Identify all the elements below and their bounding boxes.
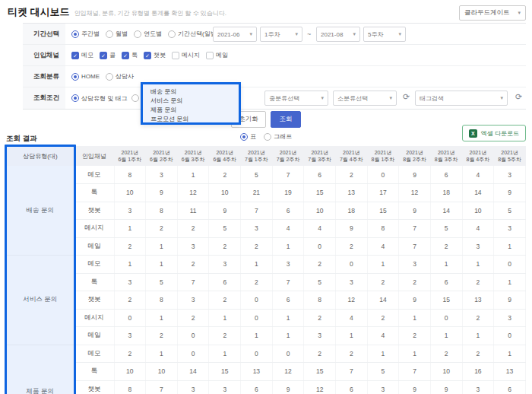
select-placeholder: 소분류선택 [337, 94, 368, 103]
channel-cell: 메시지 [74, 309, 114, 327]
value-cell: 14 [177, 363, 209, 381]
refresh-icon[interactable]: ⟳ [403, 93, 410, 101]
checkbox-indicator: ✓ [122, 52, 129, 59]
period-option-radio[interactable]: 주간별 [71, 30, 100, 38]
value-cell: 18 [335, 202, 367, 220]
channel-option-checkbox[interactable]: ✓톡 [122, 51, 138, 59]
period-to-month-select[interactable]: 2021-08 ▾ [316, 27, 360, 42]
value-cell: 4 [304, 220, 336, 238]
checkbox-indicator [172, 52, 179, 59]
value-cell: 7 [272, 273, 304, 291]
chevron-down-icon: ▾ [500, 95, 503, 101]
category-option[interactable]: 배송 문의 [143, 87, 239, 96]
value-cell: 6 [209, 273, 241, 291]
classification-option-radio[interactable]: 상담사 [106, 72, 134, 81]
period-from-month-select[interactable]: 2021-06 ▾ [213, 27, 257, 42]
value-cell: 1 [177, 166, 209, 184]
view-toggle-radio[interactable]: 표 [240, 132, 256, 141]
value-cell: 7 [399, 237, 431, 256]
category-option[interactable]: 프로모션 문의 [143, 114, 239, 123]
refresh-icon[interactable]: ⟳ [515, 93, 522, 101]
value-cell: 3 [114, 273, 146, 291]
value-cell: 1 [272, 327, 304, 345]
search-button[interactable]: 조회 [271, 111, 301, 128]
week-header: 2021년7월 1주차 [241, 146, 273, 166]
value-cell: 9 [146, 184, 178, 202]
site-select[interactable]: 클라우드게이트 ▾ [459, 5, 526, 21]
category-option[interactable]: 서비스 문의 [143, 96, 239, 105]
value-cell: 11 [177, 202, 209, 220]
channel-option-checkbox[interactable]: ✓메모 [71, 51, 93, 59]
value-cell: 0 [304, 237, 336, 256]
value-cell: 9 [335, 220, 367, 238]
channel-option-checkbox[interactable]: 메일 [206, 51, 228, 59]
period-to-week-select[interactable]: 5주차 ▾ [363, 27, 406, 42]
chevron-down-icon: ▾ [295, 31, 298, 37]
value-cell: 10 [114, 184, 146, 202]
value-cell: 3 [494, 309, 526, 327]
table-row: 챗봇3811976101815914105 [6, 202, 526, 220]
period-option-radio[interactable]: 연도별 [134, 30, 162, 38]
condition-option-radio[interactable]: 상담유형 및 태그 [71, 94, 127, 103]
option-label: 메시지 [182, 51, 200, 59]
channel-cell: 메모 [74, 166, 114, 184]
select-value: 2021-08 [321, 31, 343, 38]
channel-checkbox-group: ✓메모✓콜✓톡✓챗봇메시지메일 [65, 45, 526, 65]
filter-label-classification: 조회분류 [23, 66, 65, 87]
view-toggle-radio[interactable]: 그래프 [264, 132, 292, 141]
period-from-week-select[interactable]: 1주차 ▾ [260, 27, 302, 42]
table-row: 메일3202113142110 [6, 327, 526, 345]
radio-indicator [106, 73, 113, 81]
period-radio-group: 주간별월별연도별기간선택(일별) [71, 30, 218, 38]
value-cell: 16 [462, 363, 494, 381]
value-cell: 2 [304, 345, 336, 363]
value-cell: 4 [272, 220, 304, 238]
value-cell: 17 [367, 184, 399, 202]
value-cell: 14 [462, 184, 494, 202]
value-cell: 15 [304, 184, 336, 202]
value-cell: 2 [399, 273, 431, 291]
excel-download-button[interactable]: X 엑셀 다운로드 [462, 125, 526, 141]
week-header-text: 2021년 [430, 149, 462, 156]
value-cell: 3 [146, 166, 178, 184]
channel-option-checkbox[interactable]: ✓콜 [100, 51, 116, 59]
week-header-text: 2021년 [209, 149, 241, 156]
value-cell: 0 [430, 309, 462, 327]
sub-category-select[interactable]: 소분류선택 ▾ [333, 91, 397, 106]
page-title: 티켓 대시보드 [8, 6, 70, 17]
value-cell: 2 [399, 327, 431, 345]
value-cell: 1 [335, 327, 367, 345]
channel-option-checkbox[interactable]: ✓챗봇 [144, 51, 166, 59]
value-cell: 5 [209, 220, 241, 238]
value-cell: 12 [177, 184, 209, 202]
value-cell: 1 [209, 309, 241, 327]
value-cell: 13 [494, 363, 526, 381]
counsel-type-cell: 서비스 문의 [6, 256, 74, 345]
option-label: 챗봇 [154, 51, 166, 59]
classification-option-radio[interactable]: HOME [71, 73, 100, 81]
mid-category-select[interactable]: 중분류선택 ▾ [264, 91, 328, 106]
value-cell: 15 [209, 363, 241, 381]
value-cell: 0 [177, 345, 209, 363]
value-cell: 13 [241, 363, 273, 381]
option-label: 월별 [116, 30, 128, 38]
period-option-radio[interactable]: 기간선택(일별) [168, 30, 218, 38]
value-cell: 3 [177, 237, 209, 256]
value-cell: 5 [430, 220, 462, 238]
tag-search-select[interactable]: 태그검색 ▾ [415, 91, 508, 106]
page-subtitle: 인입채널, 분류, 기간 유형별 통계를 확인 할 수 있습니다. [74, 10, 226, 17]
value-cell: 1 [367, 256, 399, 274]
channel-cell: 톡 [74, 363, 114, 381]
value-cell: 6 [335, 380, 367, 394]
week-header-text: 6월 2주차 [146, 156, 178, 163]
channel-option-checkbox[interactable]: 메시지 [172, 51, 200, 59]
period-option-radio[interactable]: 월별 [106, 30, 128, 38]
channel-cell: 메일 [74, 237, 114, 256]
week-header-text: 2021년 [241, 149, 273, 156]
week-header-text: 7월 4주차 [335, 156, 367, 163]
value-cell: 1 [430, 256, 462, 274]
category-option[interactable]: 제품 문의 [143, 105, 239, 114]
filter-panel: 기간선택 주간별월별연도별기간선택(일별) 2021-06 ▾ 1주차 ▾ ~ … [23, 23, 526, 110]
value-cell: 2 [209, 327, 241, 345]
value-cell: 3 [335, 273, 367, 291]
